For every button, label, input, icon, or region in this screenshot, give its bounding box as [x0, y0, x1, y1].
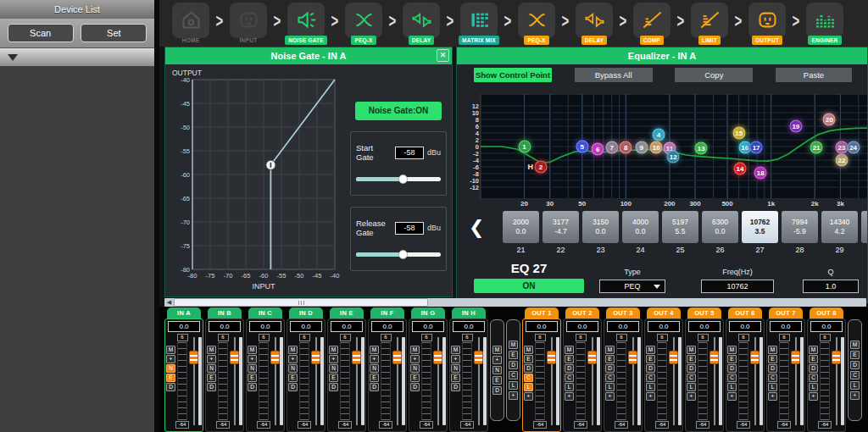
toolbar-item-noise-gate[interactable]: NOISE GATE	[287, 2, 326, 46]
start-gate-value[interactable]: -58	[395, 147, 424, 159]
channel-tab[interactable]: IN B	[208, 307, 242, 318]
channel-button-n[interactable]: N	[166, 364, 175, 373]
channel-button-e[interactable]: E	[166, 374, 175, 382]
eq-point-2[interactable]: 2	[535, 161, 548, 174]
bypass-all-button[interactable]: Bypass All	[575, 68, 653, 82]
channel-button-c[interactable]: C	[809, 374, 818, 382]
channel-gain-value[interactable]: 0.0	[331, 321, 363, 332]
channel-button-e[interactable]: E	[565, 355, 574, 363]
eq-point-4[interactable]: 4	[652, 129, 665, 141]
master-button-d[interactable]: D	[509, 361, 518, 369]
paste-button[interactable]: Paste	[776, 68, 852, 82]
eq-band-cell-23[interactable]: 31500.0	[582, 211, 619, 243]
channel-button-l[interactable]: L	[605, 383, 615, 391]
channel-tab[interactable]: OUT 2	[565, 307, 599, 318]
channel-gain-value[interactable]: 0.0	[607, 321, 639, 332]
channel-button-plus[interactable]: +	[288, 355, 298, 363]
eq-band-cell-21[interactable]: 20000.0	[503, 211, 539, 243]
fader-handle[interactable]	[270, 351, 280, 364]
fader-handle[interactable]	[352, 351, 361, 364]
channel-button-m[interactable]: M	[166, 346, 175, 354]
channel-gain-value[interactable]: 0.0	[371, 321, 403, 332]
channel-button-plus[interactable]: +	[524, 392, 533, 401]
eq-point-22[interactable]: 22	[835, 154, 848, 167]
channel-tab[interactable]: OUT 3	[606, 307, 640, 318]
channel-button-plus[interactable]: +	[410, 355, 420, 363]
fader-handle[interactable]	[474, 351, 483, 364]
channel-button-e[interactable]: E	[288, 374, 298, 382]
noise-gate-power-button[interactable]: Noise Gate:ON	[355, 102, 442, 120]
channel-button-plus[interactable]: +	[166, 355, 175, 363]
toolbar-item-delay[interactable]: DELAY	[402, 2, 441, 46]
fader-handle[interactable]	[669, 351, 678, 364]
release-gate-value[interactable]: -58	[395, 222, 424, 235]
channel-button-d[interactable]: D	[207, 383, 216, 391]
master-button-c[interactable]: C	[850, 371, 860, 379]
channel-button-l[interactable]: L	[565, 383, 574, 391]
master-button-n[interactable]: N	[492, 366, 502, 374]
toolbar-item-output[interactable]: OUTPUT	[748, 2, 787, 46]
master-button-m[interactable]: M	[492, 346, 502, 354]
channel-button-plus[interactable]: +	[248, 355, 257, 363]
channel-tab[interactable]: IN G	[411, 307, 445, 318]
channel-tab[interactable]: IN E	[330, 307, 364, 318]
toolbar-item-peq-x[interactable]: PEQ-X	[517, 2, 556, 46]
channel-button-plus[interactable]: +	[605, 392, 615, 401]
channel-gain-value[interactable]: 0.0	[290, 321, 322, 332]
set-button[interactable]: Set	[81, 24, 147, 42]
scrollbar-thumb[interactable]	[174, 298, 428, 307]
channel-button-l[interactable]: L	[524, 383, 533, 391]
channel-button-plus[interactable]: +	[207, 355, 216, 363]
type-dropdown[interactable]: PEQ	[599, 280, 665, 293]
channel-button-m[interactable]: M	[370, 346, 379, 354]
channel-button-e[interactable]: E	[370, 374, 379, 382]
channel-tab[interactable]: OUT 1	[525, 307, 559, 318]
channel-tab[interactable]: OUT 7	[769, 307, 803, 318]
channel-button-m[interactable]: M	[451, 346, 460, 354]
eq-point-8[interactable]: 8	[620, 141, 632, 154]
channel-button-d[interactable]: D	[370, 383, 379, 391]
close-icon[interactable]: ✕	[437, 49, 449, 62]
channel-gain-value[interactable]: 0.0	[412, 321, 444, 332]
channel-tab[interactable]: OUT 5	[687, 307, 721, 318]
channel-button-d[interactable]: D	[451, 383, 460, 391]
channel-button-m[interactable]: M	[605, 346, 615, 354]
eq-point-7[interactable]: 7	[605, 141, 618, 153]
channel-button-d[interactable]: D	[288, 383, 298, 391]
q-input[interactable]: 1.0	[803, 280, 859, 293]
fader-handle[interactable]	[750, 351, 760, 364]
fader-handle[interactable]	[547, 351, 556, 364]
toolbar-item-input[interactable]: INPUT	[229, 2, 268, 46]
channel-button-d[interactable]: D	[809, 364, 818, 373]
channel-button-d[interactable]: D	[524, 364, 533, 373]
master-button-e[interactable]: E	[509, 351, 518, 359]
channel-gain-value[interactable]: 0.0	[770, 321, 802, 332]
channel-button-plus[interactable]: +	[565, 392, 574, 401]
channel-button-d[interactable]: D	[646, 364, 655, 373]
master-button-l[interactable]: L	[509, 381, 518, 390]
channel-button-plus[interactable]: +	[809, 392, 818, 401]
channel-button-m[interactable]: M	[248, 346, 257, 354]
eq-band-cell-22[interactable]: 3177-4.7	[542, 211, 579, 243]
fader-handle[interactable]	[433, 351, 442, 364]
master-button-d[interactable]: D	[850, 361, 860, 369]
channel-button-l[interactable]: L	[809, 383, 818, 391]
scan-button[interactable]: Scan	[8, 24, 74, 42]
master-button-c[interactable]: C	[509, 371, 518, 379]
channel-gain-value[interactable]: 0.0	[453, 321, 485, 332]
channel-button-e[interactable]: E	[524, 355, 533, 363]
eq-point-12[interactable]: 12	[667, 151, 680, 163]
start-gate-slider[interactable]	[356, 177, 441, 181]
channel-button-plus[interactable]: +	[768, 392, 777, 401]
cells-scroll-left-icon[interactable]: ❮	[469, 217, 484, 239]
channel-button-e[interactable]: E	[410, 374, 420, 382]
toolbar-item-enginer[interactable]: ENGINER	[805, 2, 844, 46]
channel-button-m[interactable]: M	[687, 346, 696, 354]
eq-point-5[interactable]: 5	[576, 141, 588, 153]
channel-button-d[interactable]: D	[565, 364, 574, 373]
channel-tab[interactable]: IN F	[370, 307, 404, 318]
eq-band-cell-26[interactable]: 63000.0	[702, 211, 738, 243]
channel-button-c[interactable]: C	[565, 374, 574, 382]
channel-button-e[interactable]: E	[329, 374, 338, 382]
channel-button-e[interactable]: E	[248, 374, 257, 382]
